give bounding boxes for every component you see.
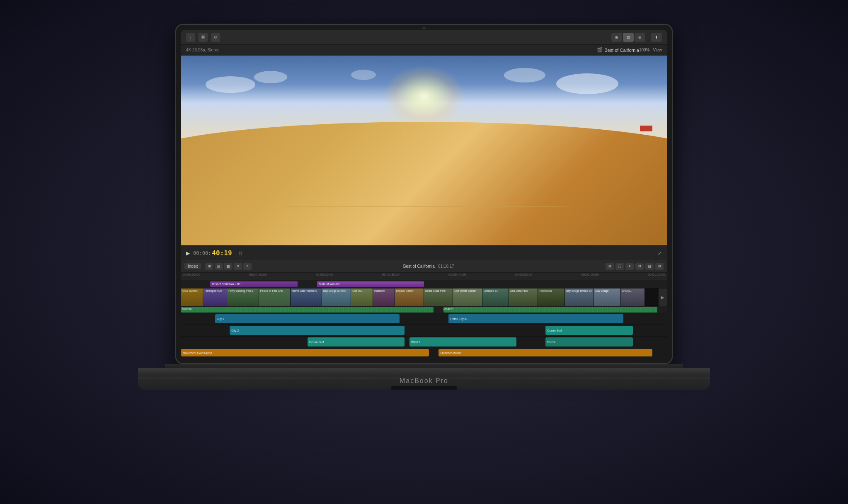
video-preview: [181, 56, 667, 245]
clip-sf-city[interactable]: Sf City...: [621, 288, 645, 306]
view-mode-group: ⊞ ▤ ⊟: [611, 33, 645, 42]
clip-bay-bridge[interactable]: Bay Bridge Sunset: [322, 288, 351, 306]
tl-headphones[interactable]: 🎧: [615, 263, 624, 270]
timeline-title-area: Best of California 01:16:17: [254, 264, 603, 269]
clip-above-sf[interactable]: Above San Francisco: [291, 288, 322, 306]
tl-cursor[interactable]: ↖: [243, 263, 252, 270]
clip-redwoods[interactable]: Redwoods: [538, 288, 565, 306]
red-marker: [640, 126, 652, 131]
zoom-level[interactable]: 100%: [639, 48, 650, 52]
clip-label: GGB Sunset: [182, 289, 198, 292]
clip-rainbow[interactable]: Rainbow: [373, 288, 395, 306]
video-clips-track: GGB Sunset Timelapse 000 Ferry Building …: [181, 288, 667, 306]
clip-label: Redwoods: [539, 289, 552, 292]
key-icon[interactable]: ⌘: [199, 33, 208, 42]
macbook-base: MacBook Pro: [138, 368, 710, 390]
ruler-tick: 00:00:30:00: [382, 273, 400, 280]
ruler-tick: 00:00:00:00: [183, 273, 200, 280]
fullscreen-btn[interactable]: ⤢: [658, 250, 662, 256]
music-clip-ocean-surf[interactable]: Ocean Surf: [308, 337, 405, 346]
motion-clip-label: Movement Swirl Drone: [183, 351, 212, 354]
clip-palace-fine-arts[interactable]: Palace of Fine Arts: [259, 288, 291, 306]
clip-label: Above San Francisco: [292, 289, 317, 292]
music-track-3: Ocean Surf Wind 2 Forest...: [181, 337, 667, 348]
clip-bay-bridge-2[interactable]: Bay Bridge toward SF: [565, 288, 594, 306]
view-btn[interactable]: View: [653, 48, 662, 52]
clip-label: Bay Bridge Sunset: [323, 289, 346, 292]
timecode: 00:00: 40:19: [193, 249, 232, 257]
music-clip-label: Wind 2: [411, 341, 420, 344]
tl-ctrl3[interactable]: ≡: [625, 263, 634, 270]
clip-ferry-building[interactable]: Ferry Building Part 2: [227, 288, 259, 306]
share-btn[interactable]: ⬆: [651, 33, 662, 42]
timeline-section: Index ⊞ ▤ ▩ ▼ ↖ Best of California 01:16…: [181, 260, 667, 358]
preview-title-text: Best of California: [604, 48, 639, 53]
music-clip-forest[interactable]: Forest...: [545, 337, 633, 346]
clip-day-bridge[interactable]: Day Bridge: [594, 288, 620, 306]
clip-label: Bay Bridge toward SF: [566, 289, 592, 292]
timeline-controls-right: ⊞ 🎧 ≡ ⊡ ▤ ⊟: [606, 263, 664, 270]
music-clip-city3[interactable]: City 3: [230, 326, 405, 335]
purple-clip-california[interactable]: Best of California - 3D: [210, 281, 298, 287]
purple-clip-wonder[interactable]: State of Wonder: [317, 281, 424, 287]
tl-ctrl4[interactable]: ⊡: [635, 263, 644, 270]
tl-ctrl1[interactable]: ⊞: [606, 263, 614, 270]
tl-ctrl5[interactable]: ▤: [645, 263, 654, 270]
purple-track: Best of California - 3D State of Wonder: [181, 280, 667, 288]
tl-icon4[interactable]: ▼: [234, 263, 242, 270]
clip-label: Mojave Desert: [396, 289, 414, 292]
music-clip-city1[interactable]: City 1: [215, 314, 400, 323]
clip-label: Colt Tower Sunset: [454, 289, 476, 292]
tl-icon2[interactable]: ▤: [215, 263, 223, 270]
timeline-duration: 01:16:17: [438, 264, 454, 269]
preview-controls-right: 100% View: [639, 48, 662, 52]
clip-timelapse[interactable]: Timelapse 000: [203, 288, 228, 306]
track-expand-arrow[interactable]: ▶: [659, 288, 667, 306]
clock-icon[interactable]: ⊙: [211, 33, 220, 42]
clip-bodie[interactable]: Bodie State Park: [424, 288, 453, 306]
clip-colt-tower-sunset[interactable]: Colt Tower Sunset: [453, 288, 482, 306]
music-clip-label: Forest...: [547, 341, 558, 344]
tl-ctrl6[interactable]: ⊟: [655, 263, 664, 270]
timeline-project-title: Best of California: [403, 264, 435, 269]
tl-icon1[interactable]: ⊞: [205, 263, 213, 270]
clip-label: Sf City...: [622, 289, 632, 292]
clip-label: Palace of Fine Arts: [260, 289, 283, 292]
timeline-ruler: 00:00:00:00 00:00:10:00 00:00:20:00 00:0…: [181, 273, 667, 280]
timeline-toolbar: Index ⊞ ▤ ▩ ▼ ↖ Best of California 01:16…: [181, 260, 667, 273]
play-button[interactable]: ▶: [186, 250, 190, 256]
clip-mojave-desert[interactable]: Mojave Desert: [395, 288, 424, 306]
clip-label: Lombard St.: [484, 289, 498, 292]
split-view-btn[interactable]: ⊟: [635, 33, 645, 42]
tl-icon3[interactable]: ▩: [224, 263, 233, 270]
playback-bar: ▶ 00:00: 40:19 ⏸ ⤢: [181, 245, 667, 260]
ruler-tick: 00:01:00:00: [581, 273, 598, 280]
clip-lombard[interactable]: Lombard St.: [482, 288, 509, 306]
preview-title: 🎬 Best of California: [597, 47, 639, 53]
ruler-tick: 00:00:20:00: [315, 273, 333, 280]
ruler-tick: 00:00:50:00: [515, 273, 532, 280]
music-clip-wind2[interactable]: Wind 2: [409, 337, 516, 346]
macbook-hinge: [165, 364, 683, 368]
clip-alta-vista[interactable]: Alta Vista Park: [509, 288, 538, 306]
waveform: [443, 307, 657, 313]
tc-value: 40:19: [212, 249, 232, 257]
pause-icon[interactable]: ⏸: [238, 250, 243, 256]
macbook-label: MacBook Pro: [400, 377, 448, 385]
clip-ggb-sunset[interactable]: GGB Sunset: [181, 288, 203, 306]
clip-colt-tower[interactable]: Colt To...: [351, 288, 373, 306]
music-clip-label: Ocean Surf: [547, 329, 562, 332]
format-info: 4K 23.98p, Stereo: [186, 48, 597, 52]
top-toolbar: ↓ ⌘ ⊙ ⊞ ▤ ⊟ ⬆: [181, 30, 667, 45]
grid-view-btn[interactable]: ⊞: [611, 33, 622, 42]
motion-clip-swirl[interactable]: Movement Swirl Drone: [181, 349, 429, 356]
dune-large: [181, 122, 667, 245]
import-icon[interactable]: ↓: [186, 33, 195, 42]
motion-clip-shimmer[interactable]: Shimmer Motion: [439, 349, 652, 356]
music-clip-label: City 1: [217, 317, 224, 320]
list-view-btn[interactable]: ▤: [623, 33, 634, 42]
music-clip-ocean-surf-2[interactable]: Ocean Surf: [545, 326, 633, 335]
music-clip-traffic[interactable]: Traffic City 01: [448, 314, 623, 323]
desert-scene: [181, 56, 667, 245]
index-btn[interactable]: Index: [184, 263, 201, 269]
